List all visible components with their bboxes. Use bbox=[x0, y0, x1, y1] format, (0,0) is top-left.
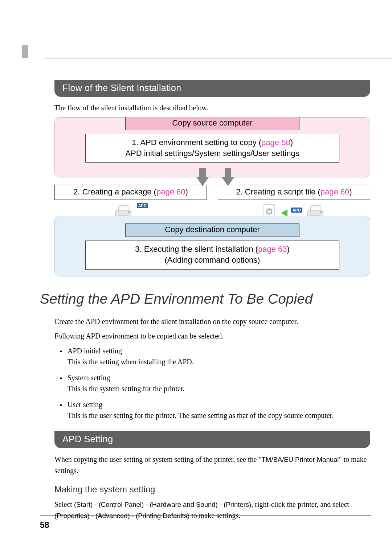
destination-inner-box: 3. Executing the silent installation (pa… bbox=[85, 241, 339, 269]
steps-select: Select bbox=[54, 500, 74, 508]
right-box-suffix: ) bbox=[349, 187, 352, 196]
page-number: 58 bbox=[40, 520, 49, 530]
page-link-63[interactable]: page 63 bbox=[258, 245, 287, 254]
two-column-row: 2. Creating a package (page 60) 2. Creat… bbox=[54, 185, 370, 200]
bullet-list: APD initial setting This is the setting … bbox=[60, 345, 370, 421]
src-line1-prefix: 1. APD environment setting to copy ( bbox=[132, 138, 261, 147]
page-link-58[interactable]: page 58 bbox=[261, 138, 290, 147]
arrow-down-icon bbox=[221, 177, 234, 186]
making-system-setting-heading: Making the system setting bbox=[54, 484, 370, 495]
bullet-head: APD initial setting bbox=[68, 347, 122, 355]
apd-setting-paragraph: When copying the user setting or system … bbox=[54, 454, 370, 476]
top-rule bbox=[44, 58, 392, 58]
left-box-suffix: ) bbox=[185, 187, 188, 196]
source-inner-box: 1. APD environment setting to copy (page… bbox=[85, 134, 339, 163]
page-link-60-right[interactable]: page 60 bbox=[320, 187, 350, 196]
apd-para-a: When copying the user setting or system … bbox=[54, 455, 262, 463]
main-heading: Setting the APD Environment To Be Copied bbox=[40, 291, 370, 307]
arrows-row-1 bbox=[54, 164, 370, 182]
para-2: Following APD environment to be copied c… bbox=[54, 331, 370, 341]
src-line2: APD initial settings/System settings/Use… bbox=[125, 149, 299, 158]
svg-rect-1 bbox=[119, 206, 128, 211]
svg-point-11 bbox=[320, 212, 322, 213]
apd-badge-icon: APD bbox=[291, 208, 302, 213]
flow-diagram: Copy source computer 1. APD environment … bbox=[54, 117, 370, 276]
arrow-down-icon bbox=[196, 177, 209, 186]
apd-badge-icon: APD bbox=[137, 203, 147, 208]
list-item: System setting This is the system settin… bbox=[60, 372, 370, 394]
list-item: User setting This is the user setting fo… bbox=[60, 399, 370, 421]
source-label: Copy source computer bbox=[125, 117, 299, 130]
list-item: APD initial setting This is the setting … bbox=[60, 345, 370, 367]
section-header-apd-setting: APD Setting bbox=[54, 431, 370, 448]
bullet-body: This is the system setting for the print… bbox=[68, 385, 184, 393]
bullet-body: This is the user setting for the printer… bbox=[68, 411, 334, 419]
left-box-prefix: 2. Creating a package ( bbox=[73, 187, 156, 196]
steps-path1: (Start) - (Control Panel) - (Hardware an… bbox=[74, 501, 251, 508]
creating-package-box: 2. Creating a package (page 60) bbox=[54, 185, 207, 200]
page-content: Flow of the Silent Installation The flow… bbox=[54, 80, 370, 524]
destination-block: Copy destination computer 3. Executing t… bbox=[54, 216, 370, 276]
dst-line1-suffix: ) bbox=[287, 245, 289, 254]
bullet-head: User setting bbox=[68, 401, 102, 409]
bullet-head: System setting bbox=[68, 374, 110, 382]
section-header-flow: Flow of the Silent Installation bbox=[54, 80, 370, 97]
bottom-rule bbox=[40, 516, 371, 516]
apd-para-manual: TM/BA/EU Printer Manual bbox=[262, 456, 339, 463]
destination-label: Copy destination computer bbox=[125, 223, 299, 237]
page-link-60-left[interactable]: page 60 bbox=[156, 187, 185, 196]
dst-line1-prefix: 3. Executing the silent installation ( bbox=[135, 245, 258, 254]
steps-select2: select bbox=[332, 500, 349, 508]
intro-text: The flow of the silent installation is d… bbox=[54, 103, 370, 113]
dst-line2: (Adding command options) bbox=[165, 255, 260, 264]
svg-rect-9 bbox=[311, 206, 320, 211]
creating-script-box: 2. Creating a script file (page 60) bbox=[218, 185, 370, 200]
svg-point-3 bbox=[128, 212, 130, 213]
system-setting-steps: Select (Start) - (Control Panel) - (Hard… bbox=[54, 499, 370, 521]
para-1: Create the APD environment for the silen… bbox=[54, 316, 370, 327]
bullet-body: This is the setting when installing the … bbox=[68, 358, 194, 366]
svg-rect-7 bbox=[269, 209, 270, 210]
left-arrow-icon bbox=[281, 209, 287, 217]
page-tab-mark bbox=[22, 45, 28, 58]
steps-mid: , right-click the printer, and bbox=[251, 500, 332, 508]
src-line1-suffix: ) bbox=[290, 138, 293, 147]
right-box-prefix: 2. Creating a script file ( bbox=[236, 187, 320, 196]
